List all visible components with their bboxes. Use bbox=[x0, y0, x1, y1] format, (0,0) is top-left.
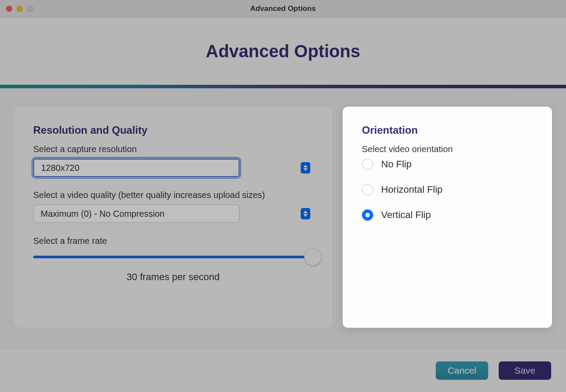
window-title: Advanced Options bbox=[250, 4, 316, 13]
close-window-button[interactable] bbox=[6, 6, 12, 12]
window-controls bbox=[6, 6, 33, 12]
orientation-radio-none[interactable]: No Flip bbox=[362, 159, 533, 170]
resolution-select-value: 1280x720 bbox=[41, 163, 80, 173]
orientation-card: Orientation Select video orientation No … bbox=[343, 107, 552, 328]
quality-select-value: Maximum (0) - No Compression bbox=[41, 209, 164, 219]
framerate-slider[interactable] bbox=[33, 256, 313, 258]
orientation-radio-vertical[interactable]: Vertical Flip bbox=[362, 209, 533, 221]
slider-thumb[interactable] bbox=[304, 248, 322, 266]
quality-select-label: Select a video quality (better quality i… bbox=[33, 190, 313, 200]
radio-icon bbox=[362, 159, 373, 170]
resolution-quality-card: Resolution and Quality Select a capture … bbox=[14, 107, 332, 328]
quality-select[interactable]: Maximum (0) - No Compression bbox=[33, 205, 313, 223]
framerate-label: Select a frame rate bbox=[33, 236, 313, 246]
content-area: Resolution and Quality Select a capture … bbox=[0, 88, 566, 328]
save-button[interactable]: Save bbox=[499, 361, 551, 380]
radio-label: No Flip bbox=[381, 159, 412, 170]
cancel-button[interactable]: Cancel bbox=[436, 361, 488, 380]
framerate-value: 30 frames per second bbox=[33, 271, 313, 283]
radio-label: Horizontal Flip bbox=[381, 184, 443, 195]
footer: Cancel Save bbox=[0, 348, 566, 392]
radio-icon bbox=[362, 184, 373, 195]
resolution-select-label: Select a capture resolution bbox=[33, 144, 313, 154]
radio-icon bbox=[362, 209, 373, 221]
stepper-icon bbox=[301, 162, 310, 173]
resolution-quality-heading: Resolution and Quality bbox=[33, 124, 313, 136]
stepper-icon bbox=[301, 208, 310, 219]
orientation-radio-horizontal[interactable]: Horizontal Flip bbox=[362, 184, 533, 195]
page-header: Advanced Options bbox=[0, 17, 566, 88]
orientation-radio-group: No Flip Horizontal Flip Vertical Flip bbox=[362, 159, 533, 221]
resolution-select[interactable]: 1280x720 bbox=[33, 159, 313, 177]
page-title: Advanced Options bbox=[206, 42, 360, 61]
orientation-label: Select video orientation bbox=[362, 144, 533, 154]
radio-label: Vertical Flip bbox=[381, 209, 431, 221]
zoom-window-button[interactable] bbox=[27, 6, 33, 12]
orientation-heading: Orientation bbox=[362, 124, 533, 136]
titlebar: Advanced Options bbox=[0, 0, 566, 17]
minimize-window-button[interactable] bbox=[17, 6, 23, 12]
